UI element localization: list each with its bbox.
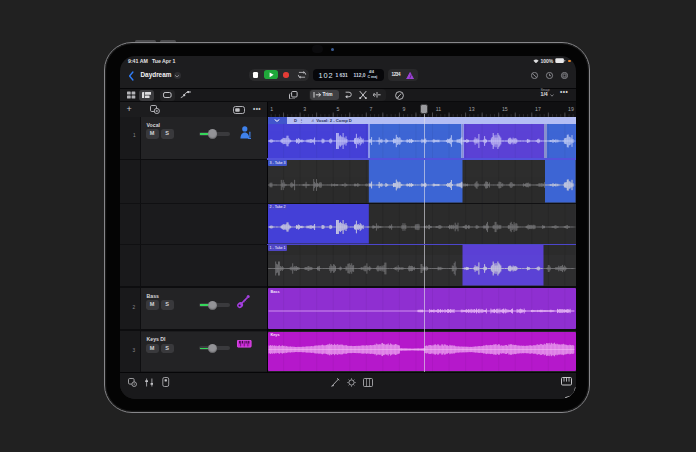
svg-text:9: 9 <box>403 106 406 112</box>
svg-text:5: 5 <box>336 106 339 112</box>
svg-text:11: 11 <box>436 106 441 112</box>
svg-text:15: 15 <box>502 106 508 112</box>
svg-text:13: 13 <box>469 106 475 112</box>
svg-text:7: 7 <box>370 106 373 112</box>
svg-text:1: 1 <box>270 106 273 112</box>
svg-text:19: 19 <box>568 106 574 112</box>
svg-text:3: 3 <box>303 106 306 112</box>
svg-text:17: 17 <box>535 106 541 112</box>
